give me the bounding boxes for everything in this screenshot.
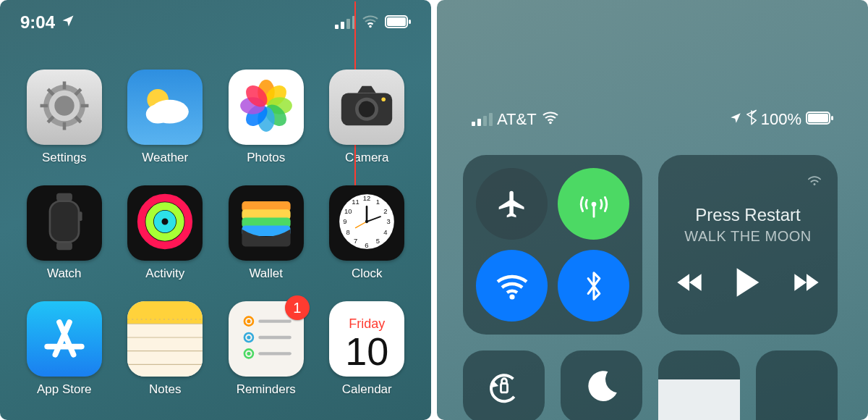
svg-text:11: 11 <box>352 198 360 206</box>
cc-lower-row <box>437 335 868 420</box>
app-photos[interactable]: Photos <box>222 70 310 165</box>
svg-rect-79 <box>808 114 828 122</box>
camera-icon <box>338 83 396 132</box>
svg-point-83 <box>509 294 514 299</box>
app-label: Weather <box>142 151 188 165</box>
svg-rect-86 <box>501 384 507 392</box>
svg-point-0 <box>369 25 372 28</box>
app-clock[interactable]: 12369 12 45 78 1011 Clock <box>323 185 412 281</box>
svg-rect-61 <box>127 301 203 324</box>
cellular-data-toggle[interactable] <box>558 168 629 240</box>
photos-flower-icon <box>238 77 294 137</box>
svg-text:4: 4 <box>383 228 387 236</box>
notes-icon <box>127 301 203 377</box>
do-not-disturb-toggle[interactable] <box>561 350 642 420</box>
wifi-toggle[interactable] <box>476 250 548 322</box>
app-label: Notes <box>149 382 181 397</box>
wifi-icon <box>362 12 379 33</box>
airplane-mode-toggle[interactable] <box>476 168 548 240</box>
cellular-signal-icon <box>335 16 356 29</box>
svg-text:1: 1 <box>376 198 380 206</box>
app-activity[interactable]: Activity <box>122 185 210 281</box>
battery-pct: 100% <box>761 110 801 129</box>
app-label: Wallet <box>249 266 283 281</box>
battery-icon <box>385 12 411 33</box>
app-notes[interactable]: Notes <box>122 301 210 397</box>
home-screen-pane: 9:04 Settings <box>0 0 431 420</box>
notification-badge: 1 <box>285 295 310 320</box>
connectivity-panel[interactable] <box>463 155 642 335</box>
wifi-icon <box>541 110 560 129</box>
now-playing-title: Press Restart <box>695 205 800 225</box>
volume-slider[interactable] <box>756 350 838 420</box>
svg-text:12: 12 <box>363 194 371 202</box>
app-settings[interactable]: Settings <box>20 70 109 165</box>
brightness-fill <box>658 379 740 420</box>
previous-track-button[interactable] <box>675 272 704 296</box>
app-label: Watch <box>47 266 82 281</box>
svg-rect-31 <box>56 242 72 250</box>
svg-point-29 <box>382 97 386 101</box>
wallet-icon <box>237 196 295 250</box>
svg-point-36 <box>158 214 172 229</box>
location-arrow-icon <box>729 110 742 129</box>
status-bar: 9:04 <box>0 0 431 41</box>
svg-point-69 <box>247 319 250 323</box>
svg-text:3: 3 <box>387 217 391 225</box>
carrier-label: AT&T <box>497 110 537 129</box>
control-center-pane: AT&T 100% <box>437 0 868 420</box>
svg-text:9: 9 <box>344 217 347 225</box>
app-label: Clock <box>352 266 383 281</box>
next-track-button[interactable] <box>792 272 821 296</box>
svg-point-77 <box>549 122 552 125</box>
appstore-a-icon <box>39 312 90 366</box>
svg-rect-30 <box>56 193 72 201</box>
svg-text:5: 5 <box>376 237 380 245</box>
media-panel[interactable]: Press Restart WALK THE MOON <box>658 155 838 335</box>
app-label: Camera <box>345 151 388 165</box>
svg-rect-32 <box>50 201 79 242</box>
svg-rect-62 <box>127 324 203 377</box>
app-camera[interactable]: Camera <box>323 70 412 165</box>
brightness-slider[interactable] <box>658 350 740 420</box>
app-reminders[interactable]: 1 Reminders <box>222 301 310 397</box>
app-label: Activity <box>145 266 184 281</box>
svg-point-57 <box>365 220 368 223</box>
app-appstore[interactable]: App Store <box>20 301 109 397</box>
bluetooth-toggle[interactable] <box>558 250 629 322</box>
gear-icon <box>37 78 92 136</box>
svg-rect-2 <box>387 17 406 26</box>
svg-point-73 <box>247 352 250 356</box>
status-time: 9:04 <box>20 12 55 33</box>
springboard-grid: Settings Weather <box>0 41 431 397</box>
svg-rect-3 <box>409 20 411 24</box>
svg-point-28 <box>359 101 375 117</box>
svg-rect-80 <box>831 116 833 120</box>
airplay-icon[interactable] <box>804 167 825 190</box>
play-button[interactable] <box>734 266 762 301</box>
app-label: Calendar <box>342 382 392 397</box>
app-watch[interactable]: Watch <box>20 185 109 281</box>
app-label: Photos <box>247 151 285 165</box>
svg-text:7: 7 <box>354 237 357 245</box>
app-weather[interactable]: Weather <box>122 70 210 165</box>
svg-point-71 <box>247 335 250 339</box>
svg-point-85 <box>485 370 522 406</box>
app-wallet[interactable]: Wallet <box>222 185 310 281</box>
svg-point-6 <box>54 96 74 115</box>
app-calendar[interactable]: Friday 10 Calendar <box>323 301 412 397</box>
bluetooth-icon <box>746 109 757 130</box>
svg-point-84 <box>814 183 816 185</box>
clock-face-icon: 12369 12 45 78 1011 <box>336 190 398 256</box>
svg-point-17 <box>146 104 170 123</box>
svg-text:6: 6 <box>365 241 369 249</box>
location-arrow-icon <box>61 12 75 33</box>
apple-watch-icon <box>44 192 85 254</box>
app-label: Reminders <box>237 382 296 397</box>
svg-rect-33 <box>79 211 82 221</box>
activity-rings-icon <box>135 192 195 254</box>
now-playing-artist: WALK THE MOON <box>684 228 811 245</box>
rotation-lock-toggle[interactable] <box>463 350 545 420</box>
svg-text:10: 10 <box>344 207 352 215</box>
cc-status-bar: AT&T 100% <box>437 0 868 138</box>
